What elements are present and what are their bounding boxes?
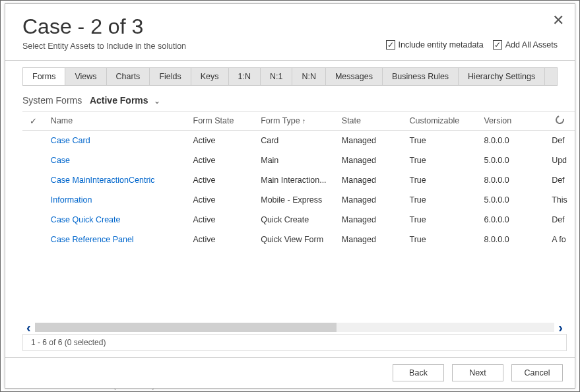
column-name[interactable]: Name [44,112,187,131]
status-bar: 1 - 6 of 6 (0 selected) [22,334,567,351]
scroll-track[interactable] [35,323,555,332]
table-row[interactable]: InformationActiveMobile - ExpressManaged… [22,190,575,210]
include-metadata-checkbox[interactable]: ✓ Include entity metadata [386,40,484,49]
tab-bar: FormsViewsChartsFieldsKeys1:NN:1N:NMessa… [22,67,558,86]
dialog: ✕ Case - 2 of 3 Select Entity Assets to … [5,3,575,389]
checkbox-icon: ✓ [386,40,395,49]
tab-fields[interactable]: Fields [150,68,191,85]
column-state[interactable]: State [335,112,403,131]
sort-up-icon: ↑ [302,117,306,125]
add-all-assets-checkbox[interactable]: ✓ Add All Assets [493,40,558,49]
form-link[interactable]: Case [51,156,70,165]
next-button[interactable]: Next [452,364,503,381]
form-link[interactable]: Information [51,195,92,205]
column-form-state[interactable]: Form State [187,112,255,131]
dialog-footer: Back Next Cancel [5,357,575,388]
table-row[interactable]: Case Reference PanelActiveQuick View For… [22,230,575,249]
tab-messages[interactable]: Messages [326,68,383,85]
back-button[interactable]: Back [393,364,444,381]
column-version[interactable]: Version [477,112,545,131]
tab-n-n[interactable]: N:N [292,68,326,85]
tab-business-rules[interactable]: Business Rules [383,68,459,85]
tab-forms[interactable]: Forms [23,68,65,85]
table-row[interactable]: Case MainInteractionCentricActiveMain In… [22,170,575,190]
add-all-assets-label: Add All Assets [505,40,558,49]
scroll-thumb[interactable] [35,323,337,332]
scroll-right-icon[interactable]: › [554,320,567,335]
dialog-header: Case - 2 of 3 Select Entity Assets to In… [5,4,575,57]
view-prefix: System Forms [22,95,82,106]
column-select-all[interactable]: ✓ [22,112,44,131]
divider [5,60,575,61]
page-title: Case - 2 of 3 [22,15,186,39]
form-link[interactable]: Case Reference Panel [51,235,134,244]
column-form-type[interactable]: Form Type↑ [254,112,335,131]
scroll-left-icon[interactable]: ‹ [22,320,35,335]
tab-views[interactable]: Views [65,68,106,85]
view-selector[interactable]: System Forms Active Forms ⌄ [22,95,558,106]
checkbox-icon: ✓ [493,40,502,49]
tab-n-1[interactable]: N:1 [261,68,292,85]
include-metadata-label: Include entity metadata [399,40,484,49]
tab-charts[interactable]: Charts [107,68,150,85]
table-row[interactable]: Case Quick CreateActiveQuick CreateManag… [22,210,575,230]
form-link[interactable]: Case Quick Create [51,215,121,224]
tab-keys[interactable]: Keys [191,68,229,85]
table-row[interactable]: CaseActiveMainManagedTrue5.0.0.0Upd [22,150,575,170]
table-row[interactable]: Case CardActiveCardManagedTrue8.0.0.0Def [22,131,575,151]
form-link[interactable]: Case MainInteractionCentric [51,176,155,185]
column-refresh[interactable] [545,112,575,131]
chevron-down-icon: ⌄ [154,96,160,106]
close-icon[interactable]: ✕ [552,12,564,29]
tab-hierarchy-settings[interactable]: Hierarchy Settings [459,68,545,85]
view-active: Active Forms [90,95,148,106]
tab-1-n[interactable]: 1:N [229,68,261,85]
cancel-button[interactable]: Cancel [511,364,563,381]
refresh-icon [554,114,566,126]
horizontal-scrollbar[interactable]: ‹ › [22,321,567,334]
page-subtitle: Select Entity Assets to Include in the s… [22,42,186,51]
column-customizable[interactable]: Customizable [403,112,477,131]
form-link[interactable]: Case Card [51,136,90,145]
